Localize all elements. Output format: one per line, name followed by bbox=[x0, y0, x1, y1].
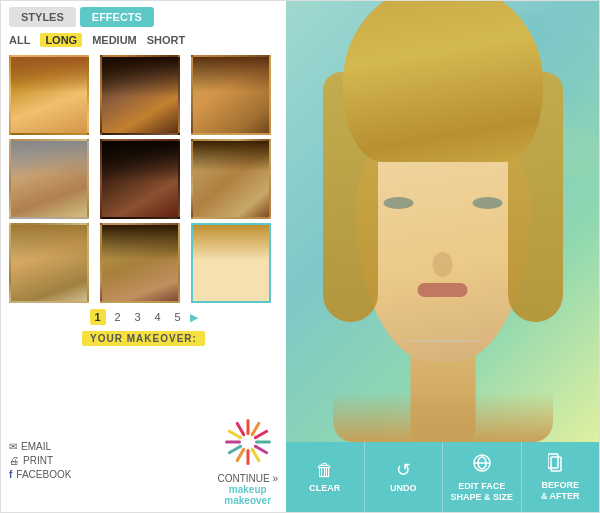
facebook-label: FACEBOOK bbox=[16, 469, 71, 480]
svg-rect-10 bbox=[225, 441, 241, 444]
grid-item-5[interactable] bbox=[100, 139, 180, 219]
grid-item-1[interactable] bbox=[9, 55, 89, 135]
before-after-label: BEFORE & AFTER bbox=[541, 480, 580, 502]
filter-medium[interactable]: MEDIUM bbox=[92, 34, 137, 46]
continue-label: CONTINUE » bbox=[217, 473, 278, 484]
print-label: PRINT bbox=[23, 455, 53, 466]
pagination: 1 2 3 4 5 ▶ bbox=[9, 309, 278, 325]
undo-icon: ↺ bbox=[396, 461, 411, 479]
necklace bbox=[403, 340, 483, 342]
nose bbox=[433, 252, 453, 277]
svg-rect-20 bbox=[548, 454, 558, 468]
svg-rect-1 bbox=[246, 419, 249, 435]
page-2[interactable]: 2 bbox=[110, 309, 126, 325]
email-icon: ✉ bbox=[9, 441, 17, 452]
share-links: ✉ EMAIL 🖨 PRINT f FACEBOOK bbox=[9, 441, 71, 480]
filter-long[interactable]: LONG bbox=[40, 33, 82, 47]
page-4[interactable]: 4 bbox=[150, 309, 166, 325]
grid-item-6[interactable] bbox=[191, 139, 271, 219]
grid-item-8[interactable] bbox=[100, 223, 180, 303]
tabs-row: STYLES EFFECTS bbox=[9, 7, 278, 27]
right-eye bbox=[472, 197, 502, 209]
bottom-actions: ✉ EMAIL 🖨 PRINT f FACEBOOK bbox=[9, 415, 278, 506]
facebook-icon: f bbox=[9, 469, 12, 480]
edit-face-icon bbox=[471, 452, 493, 477]
hair-top bbox=[343, 1, 543, 162]
filter-short[interactable]: SHORT bbox=[147, 34, 186, 46]
svg-rect-4 bbox=[255, 441, 271, 444]
subject-face bbox=[313, 22, 573, 442]
image-grid bbox=[9, 55, 278, 303]
main-container: STYLES EFFECTS ALL LONG MEDIUM SHORT 1 2 bbox=[0, 0, 600, 513]
makeup-spinner-icon bbox=[221, 415, 275, 469]
trash-icon: 🗑 bbox=[316, 461, 334, 479]
page-3[interactable]: 3 bbox=[130, 309, 146, 325]
filter-all[interactable]: ALL bbox=[9, 34, 30, 46]
email-label: EMAIL bbox=[21, 441, 51, 452]
page-next[interactable]: ▶ bbox=[190, 311, 198, 324]
your-makeover: YOUR MAKEOVER: bbox=[9, 331, 278, 346]
lips bbox=[418, 283, 468, 297]
left-panel: STYLES EFFECTS ALL LONG MEDIUM SHORT 1 2 bbox=[1, 1, 286, 512]
clear-label: CLEAR bbox=[309, 483, 340, 494]
makeup-makeover-widget[interactable]: CONTINUE » makeupmakeover bbox=[217, 415, 278, 506]
left-eye bbox=[383, 197, 413, 209]
grid-item-7[interactable] bbox=[9, 223, 89, 303]
share-print[interactable]: 🖨 PRINT bbox=[9, 455, 71, 466]
edit-face-label: EDIT FACE SHAPE & SIZE bbox=[450, 481, 513, 503]
filter-row: ALL LONG MEDIUM SHORT bbox=[9, 33, 278, 47]
page-1[interactable]: 1 bbox=[90, 309, 106, 325]
tab-styles[interactable]: STYLES bbox=[9, 7, 76, 27]
bottom-toolbar: 🗑 CLEAR ↺ UNDO EDIT FACE SHAPE & SIZE bbox=[286, 442, 599, 512]
grid-item-3[interactable] bbox=[191, 55, 271, 135]
svg-rect-7 bbox=[246, 449, 249, 465]
photo-area bbox=[286, 1, 599, 442]
undo-button[interactable]: ↺ UNDO bbox=[365, 442, 444, 512]
your-makeover-label: YOUR MAKEOVER: bbox=[82, 331, 205, 346]
clear-button[interactable]: 🗑 CLEAR bbox=[286, 442, 365, 512]
grid-item-9[interactable] bbox=[191, 223, 271, 303]
makeup-label: makeupmakeover bbox=[224, 484, 271, 506]
grid-item-2[interactable] bbox=[100, 55, 180, 135]
edit-face-button[interactable]: EDIT FACE SHAPE & SIZE bbox=[443, 442, 522, 512]
svg-rect-21 bbox=[551, 457, 561, 471]
before-after-button[interactable]: BEFORE & AFTER bbox=[522, 442, 600, 512]
share-facebook[interactable]: f FACEBOOK bbox=[9, 469, 71, 480]
print-icon: 🖨 bbox=[9, 455, 19, 466]
undo-label: UNDO bbox=[390, 483, 417, 494]
shoulders bbox=[333, 392, 553, 442]
page-5[interactable]: 5 bbox=[170, 309, 186, 325]
share-email[interactable]: ✉ EMAIL bbox=[9, 441, 71, 452]
right-panel: 🗑 CLEAR ↺ UNDO EDIT FACE SHAPE & SIZE bbox=[286, 1, 599, 512]
grid-item-4[interactable] bbox=[9, 139, 89, 219]
before-after-icon bbox=[548, 453, 572, 476]
tab-effects[interactable]: EFFECTS bbox=[80, 7, 154, 27]
